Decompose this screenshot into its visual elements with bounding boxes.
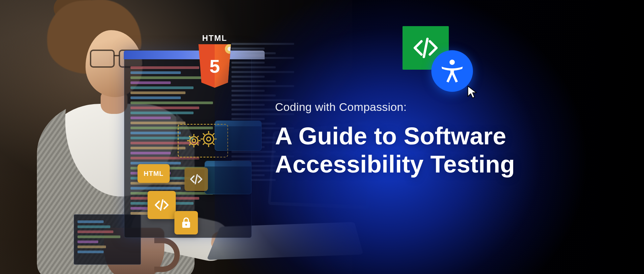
hero-kicker: Coding with Compassion: bbox=[275, 100, 604, 114]
mouse-cursor-icon bbox=[467, 85, 478, 98]
hero-headline: A Guide to Software Accessibility Testin… bbox=[275, 122, 604, 178]
hero-text-panel: Coding with Compassion: A Guide to Softw… bbox=[215, 0, 644, 274]
hero-headline-line2: Accessibility Testing bbox=[275, 151, 515, 178]
accessibility-person-icon bbox=[438, 57, 466, 85]
svg-line-24 bbox=[424, 39, 428, 57]
hero-banner: HTML HTML 5 bbox=[0, 0, 644, 274]
badge-group bbox=[402, 26, 476, 96]
svg-point-25 bbox=[449, 60, 455, 65]
hero-headline-line1: A Guide to Software bbox=[275, 123, 506, 149]
hero-copy: Coding with Compassion: A Guide to Softw… bbox=[275, 100, 604, 178]
